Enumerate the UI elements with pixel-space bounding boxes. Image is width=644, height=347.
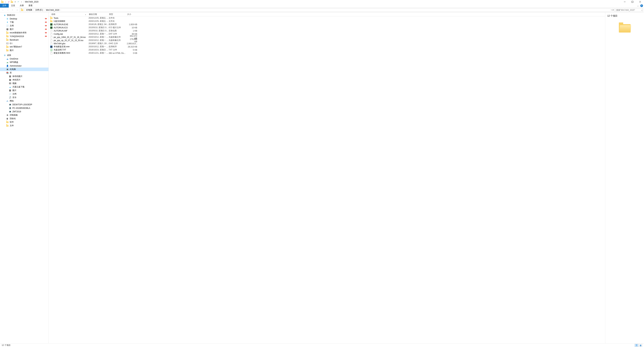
file-icon: [50, 20, 53, 23]
chevron-right-icon[interactable]: ›: [44, 9, 45, 11]
file-row[interactable]: U盘安装教程2020/12/25, 星期五 1...文件夹: [49, 20, 605, 23]
nav-tree[interactable]: ★快速访问 🖥Desktop📌 ⬇下载📌 📄文档📌 🖼图片📌 excel表格制作…: [0, 12, 49, 343]
tree-win7reinstall[interactable]: win7重装win7: [0, 45, 48, 49]
tree-admin[interactable]: 👤Administrator: [0, 64, 48, 67]
tree-libraries[interactable]: 📚库: [0, 71, 48, 75]
tree-savedpics[interactable]: 🖼保存的图片: [0, 75, 48, 78]
tree-libmusic[interactable]: 🎵音乐: [0, 96, 48, 99]
file-row[interactable]: ⬛本地硬盘安装.exe2020/10/12, 星期一 1...应用程序28,31…: [49, 45, 605, 48]
column-name[interactable]: 名称▴: [49, 12, 88, 16]
close-icon[interactable]: ✕: [14, 0, 16, 3]
nav-back-button[interactable]: ←: [1, 8, 5, 12]
tree-video[interactable]: 🎞视频: [0, 82, 48, 85]
view-details-button[interactable]: ☰: [634, 344, 638, 347]
tree-quickaccess[interactable]: ★快速访问: [0, 13, 48, 17]
ribbon-tab-view[interactable]: 查看: [26, 4, 35, 7]
tree-thispc[interactable]: 💻此电脑: [0, 67, 48, 71]
column-size[interactable]: 大小: [126, 12, 138, 16]
file-row[interactable]: pe_yqs_xp_20_07_31_15_53.iso2020/10/12, …: [49, 39, 605, 42]
column-type[interactable]: 类型: [108, 12, 126, 16]
pc-icon: 💻: [9, 103, 12, 106]
crumb-label: 此电脑: [26, 8, 32, 11]
file-type: GHO 文件: [109, 42, 127, 45]
column-date[interactable]: 修改日期: [88, 12, 108, 16]
address-bar[interactable]: › 此电脑 › 文档 (E:) › Win7x64_2020 › ▾ ⟳: [20, 8, 615, 12]
file-row[interactable]: Win7x64.gho2019/9/7, 星期六 19:...GHO 文件2,9…: [49, 42, 605, 45]
close-button[interactable]: [636, 0, 644, 4]
file-rows[interactable]: Tools2020/12/25, 星期五 1...文件夹U盘安装教程2020/1…: [49, 16, 605, 343]
tree-software[interactable]: 软件: [0, 120, 48, 124]
expand-ribbon-icon[interactable]: ⌄: [636, 4, 639, 7]
tree-pc3[interactable]: 💻ZMT2019: [0, 110, 48, 113]
search-box[interactable]: ⌕: [615, 8, 643, 12]
crumb-drive[interactable]: 文档 (E:) ›: [35, 8, 46, 11]
help-button[interactable]: ?: [640, 4, 643, 7]
main-body: ★快速访问 🖥Desktop📌 ⬇下载📌 📄文档📌 🖼图片📌 excel表格制作…: [0, 12, 644, 343]
refresh-icon[interactable]: ⟳: [612, 9, 614, 11]
tree-wps[interactable]: ☁WPS网盘: [0, 60, 48, 64]
file-icon: [50, 52, 53, 54]
tree-libdocs[interactable]: 📄文档: [0, 92, 48, 96]
minimize-button[interactable]: [621, 0, 628, 4]
file-row[interactable]: ⬛AUTORUN.ICO2015/5/10, 星期日 02...ICO 图片文件…: [49, 26, 605, 29]
nav-recent-dropdown[interactable]: ▾: [10, 8, 14, 12]
tree-files[interactable]: 文件: [0, 124, 48, 127]
crumb-folder[interactable]: Win7x64_2020 ›: [46, 9, 62, 11]
file-row[interactable]: 光盘说明.TXT2016/10/23, 星期日 0...TXT 文件5 KB: [49, 48, 605, 51]
tree-localpics[interactable]: 🖼本机照片: [0, 78, 48, 82]
chevron-right-icon[interactable]: ›: [24, 9, 25, 11]
file-icon: [50, 17, 53, 19]
tree-documents[interactable]: 📄文档📌: [0, 24, 48, 27]
tree-pictures[interactable]: 🖼图片📌: [0, 27, 48, 31]
tree-pc2[interactable]: 💻PC-20190530OBLA: [0, 106, 48, 110]
undo-icon[interactable]: ↶: [17, 0, 20, 3]
properties-icon[interactable]: ✓: [8, 0, 10, 3]
ribbon-tab-file[interactable]: 文件: [0, 4, 9, 7]
tree-tianyi[interactable]: ☁天翼云盘下载: [0, 85, 48, 89]
file-row[interactable]: ⬛AUTORUN.EXE2016/1/8, 星期五 04:...应用程序1,92…: [49, 23, 605, 26]
window-title: Win7x64_2020: [25, 1, 38, 3]
tree-libpics[interactable]: 🖼图片: [0, 89, 48, 92]
tree-bandicam[interactable]: Bandicam: [0, 38, 48, 41]
crumb-thispc[interactable]: 此电脑 ›: [26, 8, 34, 11]
pin-icon: 📌: [44, 28, 47, 31]
chevron-right-icon[interactable]: ›: [33, 9, 34, 11]
tree-excel[interactable]: excel表格制作求和📌: [0, 31, 48, 34]
nav-forward-button[interactable]: →: [6, 8, 10, 12]
nav-up-button[interactable]: ↑: [15, 8, 19, 12]
tree-desktop-cn[interactable]: 🖥桌面: [0, 53, 48, 57]
address-dropdown-icon[interactable]: ▾: [611, 9, 612, 11]
crumb-root[interactable]: ›: [20, 9, 26, 11]
ribbon-tab-share[interactable]: 共享: [18, 4, 26, 7]
file-icon: [50, 39, 53, 42]
tree-onedrive[interactable]: ☁OneDrive: [0, 57, 48, 60]
ribbon-tab-home[interactable]: 主页: [9, 4, 18, 7]
file-row[interactable]: AUTORUN.INF2015/5/10, 星期日 02...安装信息1 KB: [49, 29, 605, 32]
file-row[interactable]: 硬盘安装教程.html2016/11/21, 星期一 2...360 se HT…: [49, 51, 605, 55]
tree-pictures2[interactable]: 图片: [0, 49, 48, 52]
new-folder-icon[interactable]: [10, 0, 13, 3]
file-size: 3 KB: [127, 52, 137, 54]
tree-yunqishi[interactable]: YUNQISHI2019📌: [0, 34, 48, 38]
music-icon: 🎵: [9, 96, 12, 99]
search-input[interactable]: [616, 9, 641, 11]
crumb-label: Win7x64_2020: [46, 9, 59, 11]
recycle-icon: 🗑: [6, 117, 9, 120]
tree-desktop[interactable]: 🖥Desktop📌: [0, 17, 48, 20]
file-type: 应用程序: [109, 23, 127, 26]
titlebar: | ✓ ✕ ↶ ▾ Win7x64_2020: [0, 0, 644, 4]
tree-recycle[interactable]: 🗑回收站: [0, 117, 48, 120]
tree-controlpanel[interactable]: ⚙控制面板: [0, 113, 48, 117]
view-icons-button[interactable]: ▦: [639, 344, 642, 347]
maximize-button[interactable]: [628, 0, 636, 4]
tree-downloads[interactable]: ⬇下载📌: [0, 20, 48, 24]
tree-gdrive[interactable]: G:\: [0, 41, 48, 45]
tree-network[interactable]: 🖧网络: [0, 99, 48, 103]
file-name: U盘安装教程: [54, 20, 88, 23]
search-icon[interactable]: ⌕: [641, 9, 642, 11]
pictures-icon: 🖼: [9, 75, 12, 78]
dropdown-icon[interactable]: ▾: [20, 0, 23, 3]
chevron-right-icon[interactable]: ›: [60, 9, 61, 11]
tree-pc1[interactable]: 💻DESKTOP-LSSOEDP: [0, 103, 48, 106]
file-row[interactable]: Tools2020/12/25, 星期五 1...文件夹: [49, 16, 605, 20]
